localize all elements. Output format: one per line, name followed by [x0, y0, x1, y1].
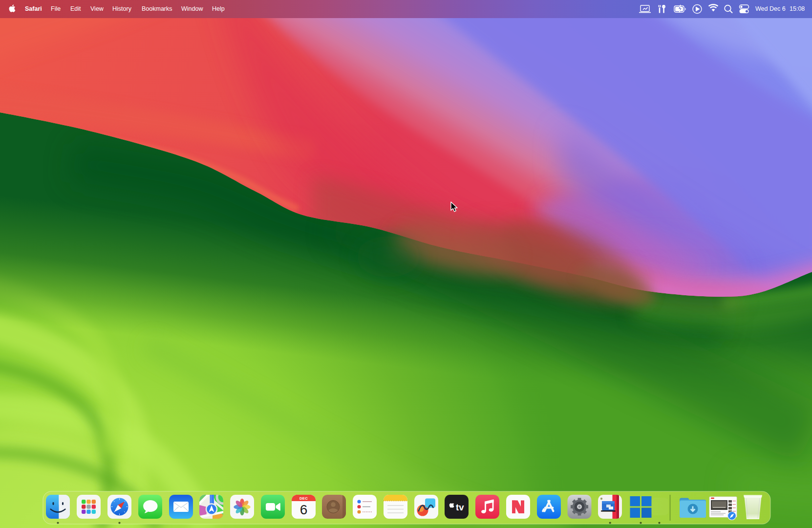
svg-text:tv: tv — [456, 502, 464, 512]
svg-text:DEC: DEC — [299, 496, 308, 501]
svg-text:6: 6 — [300, 502, 308, 517]
